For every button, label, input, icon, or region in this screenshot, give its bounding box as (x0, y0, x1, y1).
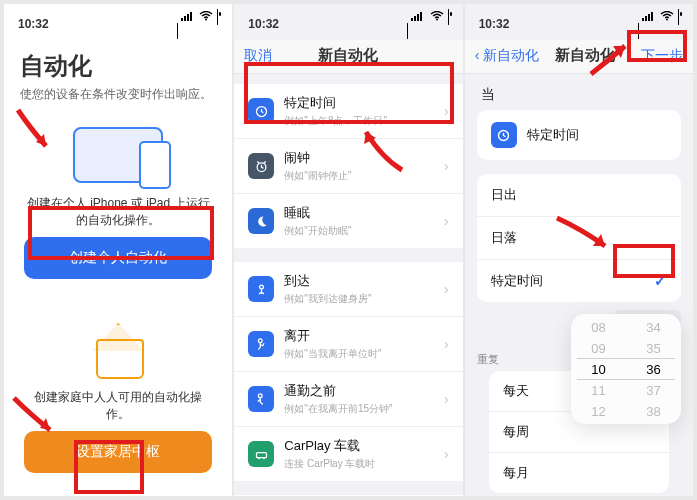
svg-point-0 (205, 18, 207, 20)
trigger-row-car[interactable]: CarPlay 车载连接 CarPlay 车载时› (234, 427, 462, 481)
status-bar: 10:32 (465, 4, 693, 40)
picker-value[interactable]: 35 (646, 338, 660, 359)
trigger-row-commute[interactable]: 通勤之前例如"在我离开前15分钟"› (234, 372, 462, 427)
wifi-icon (430, 10, 444, 24)
row-title: 睡眠 (284, 204, 434, 222)
check-icon: ✓ (654, 272, 667, 290)
chevron-right-icon: › (444, 336, 449, 352)
picker-value[interactable]: 37 (646, 380, 660, 401)
time-options-card: 日出 日落 特定时间 ✓ (477, 174, 681, 302)
picker-value[interactable]: 11 (591, 380, 605, 401)
signal-icon (181, 11, 192, 21)
next-button[interactable]: 下一步 (631, 47, 683, 65)
svg-point-13 (258, 393, 262, 397)
personal-desc: 创建在个人 iPhone 或 iPad 上运行的自动化操作。 (24, 195, 212, 229)
time-picker[interactable]: 0809101112 3435363738 (571, 314, 681, 424)
trigger-row-clock[interactable]: 特定时间例如"上午8点，工作日"› (234, 84, 462, 139)
cancel-button[interactable]: 取消 (244, 47, 296, 65)
wifi-icon (660, 10, 674, 24)
option-label: 特定时间 (491, 272, 644, 290)
row-sub: 例如"当我离开单位时" (284, 347, 434, 361)
option-sunrise[interactable]: 日出 (477, 174, 681, 217)
picker-value[interactable]: 08 (591, 317, 605, 338)
nav-title: 新自动化 (318, 46, 378, 65)
arrive-icon (248, 276, 274, 302)
chevron-right-icon: › (444, 103, 449, 119)
chevron-right-icon: › (444, 281, 449, 297)
picker-value[interactable]: 38 (646, 401, 660, 422)
nav-bar: 取消 新自动化 (234, 40, 462, 74)
picker-mins[interactable]: 3435363738 (626, 314, 681, 424)
repeat-option-label: 每周 (503, 423, 655, 441)
picker-value[interactable]: 12 (591, 401, 605, 422)
trigger-card: 特定时间 (477, 110, 681, 160)
repeat-monthly[interactable]: 每月 (489, 453, 669, 493)
section-when: 当 (465, 74, 693, 110)
clock-icon (248, 98, 274, 124)
repeat-option-label: 每月 (503, 464, 655, 482)
option-specific[interactable]: 特定时间 ✓ (477, 260, 681, 302)
home-automation-card: 创建家庭中人人可用的自动化操作。 设置家居中枢 (18, 303, 218, 483)
alarm-icon (248, 153, 274, 179)
wifi-icon (199, 10, 213, 24)
row-title: 闹钟 (284, 149, 434, 167)
row-title: CarPlay 车载 (284, 437, 434, 455)
create-personal-button[interactable]: 创建个人自动化 (24, 237, 212, 279)
home-desc: 创建家庭中人人可用的自动化操作。 (24, 389, 212, 423)
trigger-row-alarm[interactable]: 闹钟例如"闹钟停止"› (234, 139, 462, 194)
svg-point-12 (258, 338, 262, 342)
setup-home-button[interactable]: 设置家居中枢 (24, 431, 212, 473)
status-indicators (177, 10, 218, 38)
trigger-group-location: 到达例如"我到达健身房"›离开例如"当我离开单位时"›通勤之前例如"在我离开前1… (234, 262, 462, 481)
picker-value[interactable]: 36 (646, 359, 660, 380)
picker-value[interactable]: 34 (646, 317, 660, 338)
option-sunset[interactable]: 日落 (477, 217, 681, 260)
picker-value[interactable]: 10 (591, 359, 605, 380)
commute-icon (248, 386, 274, 412)
back-button[interactable]: ‹ 新自动化 (475, 47, 540, 65)
svg-point-16 (263, 457, 265, 459)
page-subtitle: 使您的设备在条件改变时作出响应。 (4, 86, 232, 117)
row-title: 离开 (284, 327, 434, 345)
svg-point-20 (666, 18, 668, 20)
row-sub: 例如"开始助眠" (284, 224, 434, 238)
chevron-right-icon: › (444, 158, 449, 174)
trigger-label: 特定时间 (527, 126, 667, 144)
status-indicators (407, 10, 448, 38)
picker-hours[interactable]: 0809101112 (571, 314, 626, 424)
personal-automation-card: 创建在个人 iPhone 或 iPad 上运行的自动化操作。 创建个人自动化 (18, 117, 218, 289)
home-icon (86, 321, 150, 379)
status-bar: 10:32 (234, 4, 462, 40)
option-label: 日落 (491, 229, 667, 247)
svg-point-15 (258, 457, 260, 459)
svg-point-8 (436, 18, 438, 20)
svg-point-11 (259, 285, 263, 289)
trigger-group-comm: 电子邮件例如"收到新的电子邮件时"›信息例如"收到新的信息时"›无线局域网› (234, 495, 462, 496)
status-time: 10:32 (248, 17, 279, 31)
status-bar: 10:32 (4, 4, 232, 40)
trigger-row-mail[interactable]: 电子邮件例如"收到新的电子邮件时"› (234, 495, 462, 496)
chevron-left-icon: ‹ (475, 47, 484, 63)
nav-bar: ‹ 新自动化 新自动化 下一步 (465, 40, 693, 74)
status-time: 10:32 (479, 17, 510, 31)
status-indicators (638, 10, 679, 38)
row-sub: 例如"在我离开前15分钟" (284, 402, 434, 416)
row-sub: 例如"上午8点，工作日" (284, 114, 434, 128)
svg-rect-14 (256, 452, 266, 457)
leave-icon (248, 331, 274, 357)
trigger-group-time: 特定时间例如"上午8点，工作日"›闹钟例如"闹钟停止"›睡眠例如"开始助眠"› (234, 84, 462, 248)
signal-icon (642, 11, 653, 21)
trigger-row-arrive[interactable]: 到达例如"我到达健身房"› (234, 262, 462, 317)
row-sub: 例如"闹钟停止" (284, 169, 434, 183)
chevron-right-icon: › (444, 213, 449, 229)
chevron-right-icon: › (444, 391, 449, 407)
row-title: 到达 (284, 272, 434, 290)
trigger-row-moon[interactable]: 睡眠例如"开始助眠"› (234, 194, 462, 248)
nav-title: 新自动化 (555, 46, 615, 65)
signal-icon (411, 11, 422, 21)
picker-value[interactable]: 09 (591, 338, 605, 359)
phone-screen-3: 10:32 ‹ 新自动化 新自动化 下一步 当 特定时间 (465, 4, 693, 496)
trigger-row-leave[interactable]: 离开例如"当我离开单位时"› (234, 317, 462, 372)
page-title: 自动化 (4, 40, 232, 86)
moon-icon (248, 208, 274, 234)
